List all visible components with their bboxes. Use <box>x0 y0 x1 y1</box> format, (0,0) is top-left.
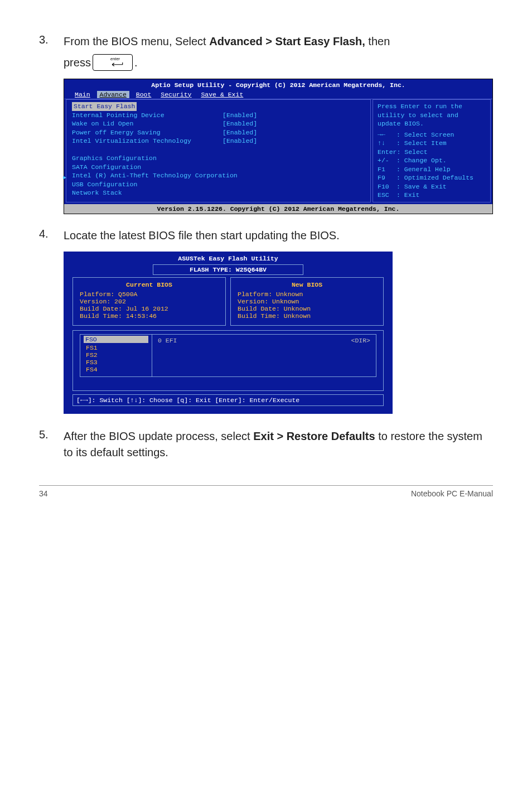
option-value: [Enabled] <box>223 111 257 120</box>
file-name: 0 EFI <box>158 337 177 373</box>
key: +/- <box>378 156 396 165</box>
file-list: 0 EFI <DIR> <box>152 334 376 377</box>
fs-item: FS3 <box>86 359 146 366</box>
fs-list: FSO FS1 FS2 FS3 FS4 <box>80 334 152 377</box>
key-desc: : Select Screen <box>396 131 454 138</box>
item-start-easy-flash: Start Easy Flash <box>72 102 137 111</box>
cursor-icon: ▶ <box>63 174 66 182</box>
step-text: From the BIOS menu, Select Advanced > St… <box>64 33 493 71</box>
help-line: update BIOS. <box>378 119 486 128</box>
new-bios-head: New BIOS <box>238 281 376 288</box>
bios-option: Intel Virtualization Technology[Enabled] <box>72 137 365 146</box>
svg-text:enter: enter <box>110 56 120 61</box>
key-desc: : Select Item <box>396 139 447 147</box>
flash-type: FLASH TYPE: W25Q64BV <box>153 264 303 275</box>
new-bios-box: New BIOS Platform: Unknown Version: Unkn… <box>230 277 384 326</box>
option-value: [Enabled] <box>223 119 257 128</box>
flash-utility-screenshot: ASUSTek Easy Flash Utility FLASH TYPE: W… <box>64 252 393 414</box>
tab-advance: Advance <box>97 91 129 98</box>
option-value: [Enabled] <box>223 128 257 137</box>
key-hint: →←: Select Screen <box>378 131 486 139</box>
text-fragment: then <box>365 35 390 47</box>
press-row: press enter . <box>64 54 493 71</box>
bios-field: Version: 202 <box>80 298 219 305</box>
bios-link: SATA Configuration <box>72 163 365 172</box>
bios-field: Build Time: Unknown <box>238 312 376 320</box>
page-footer: 34 Notebook PC E-Manual <box>39 485 493 498</box>
tab-save-exit: Save & Exit <box>198 91 246 98</box>
step-text: Locate the latest BIOS file then start u… <box>64 228 493 244</box>
text-bold: Exit > Restore Defaults <box>253 430 375 442</box>
text-fragment: From the BIOS menu, Select <box>64 35 209 47</box>
bios-right-panel: Press Enter to run the utility to select… <box>373 99 491 202</box>
key-desc: : Exit <box>396 191 419 199</box>
help-text: Press Enter to run the utility to select… <box>378 102 486 128</box>
text-fragment: After the BIOS update process, select <box>64 430 253 442</box>
bios-link: USB Configuration <box>72 180 365 189</box>
key-desc: : Change Opt. <box>396 157 447 164</box>
option-value: [Enabled] <box>223 137 257 146</box>
tab-boot: Boot <box>133 91 154 98</box>
bios-field: Build Date: Jul 16 2012 <box>80 305 219 312</box>
step-3: 3. From the BIOS menu, Select Advanced >… <box>39 33 493 71</box>
bios-option: Power off Energy Saving[Enabled] <box>72 128 365 137</box>
key: F1 <box>378 165 396 174</box>
bios-title: Aptio Setup Utility - Copyright (C) 2012… <box>64 79 492 90</box>
bios-field: Platform: Q500A <box>80 291 219 298</box>
key-hint: F9: Optimized Defaults <box>378 173 486 182</box>
key: ESC <box>378 191 396 200</box>
help-line: Press Enter to run the <box>378 102 486 111</box>
tab-main: Main <box>72 91 93 98</box>
current-bios-head: Current BIOS <box>80 281 219 288</box>
bios-screenshot: Aptio Setup Utility - Copyright (C) 2012… <box>64 79 493 214</box>
page-number: 34 <box>39 489 48 498</box>
key: ↑↓ <box>378 139 396 148</box>
key-hint: F10: Save & Exit <box>378 182 486 191</box>
step-number: 3. <box>39 33 64 71</box>
step-number: 4. <box>39 228 64 244</box>
step-text: After the BIOS update process, select Ex… <box>64 428 493 461</box>
bios-left-panel: ▶ Start Easy Flash Internal Pointing Dev… <box>66 99 371 202</box>
bios-footer: Version 2.15.1226. Copyright (C) 2012 Am… <box>64 204 492 214</box>
key-hint: ESC: Exit <box>378 191 486 200</box>
fs-item: FS1 <box>86 344 146 351</box>
period: . <box>134 55 138 71</box>
text-bold: Advanced > Start Easy Flash, <box>209 35 365 47</box>
flash-title: ASUSTek Easy Flash Utility <box>64 252 393 263</box>
enter-key-icon: enter <box>93 54 133 71</box>
file-type: <DIR> <box>351 337 370 373</box>
option-label: Wake on Lid Open <box>72 119 223 128</box>
key: F10 <box>378 182 396 191</box>
option-label: Power off Energy Saving <box>72 128 223 137</box>
step-5: 5. After the BIOS update process, select… <box>39 428 493 461</box>
key-desc: : General Help <box>396 166 451 173</box>
fs-item: FS4 <box>86 366 146 373</box>
bios-link: Graphics Configuration <box>72 154 365 163</box>
key-desc: : Save & Exit <box>396 183 447 190</box>
step-number: 5. <box>39 428 64 461</box>
tab-security: Security <box>158 91 194 98</box>
help-line: utility to select and <box>378 111 486 120</box>
footer-label: Notebook PC E-Manual <box>411 489 493 498</box>
option-label: Intel Virtualization Technology <box>72 137 223 146</box>
key-hint: Enter: Select <box>378 148 486 157</box>
key: F9 <box>378 173 396 182</box>
bios-link: Intel (R) Anti-Theft Technology Corporat… <box>72 171 365 180</box>
bios-field: Build Time: 14:53:46 <box>80 312 219 320</box>
key-hint: F1: General Help <box>378 165 486 174</box>
key: →← <box>378 131 396 139</box>
flash-file-browser: FSO FS1 FS2 FS3 FS4 0 EFI <DIR> <box>72 330 384 391</box>
key-hints: →←: Select Screen ↑↓: Select Item Enter:… <box>378 131 486 200</box>
current-bios-box: Current BIOS Platform: Q500A Version: 20… <box>72 277 226 326</box>
bios-field: Version: Unknown <box>238 298 376 305</box>
bios-option: Wake on Lid Open[Enabled] <box>72 119 365 128</box>
step-4: 4. Locate the latest BIOS file then star… <box>39 228 493 244</box>
key-desc: : Optimized Defaults <box>396 174 473 181</box>
key-desc: Enter: Select <box>378 148 428 156</box>
bios-field: Platform: Unknown <box>238 291 376 298</box>
flash-bios-boxes: Current BIOS Platform: Q500A Version: 20… <box>72 277 384 326</box>
key-hint: +/-: Change Opt. <box>378 156 486 165</box>
bios-link: Network Stack <box>72 189 365 197</box>
flash-instructions: [←→]: Switch [↑↓]: Choose [q]: Exit [Ent… <box>72 394 384 406</box>
bios-body: ▶ Start Easy Flash Internal Pointing Dev… <box>64 99 492 204</box>
